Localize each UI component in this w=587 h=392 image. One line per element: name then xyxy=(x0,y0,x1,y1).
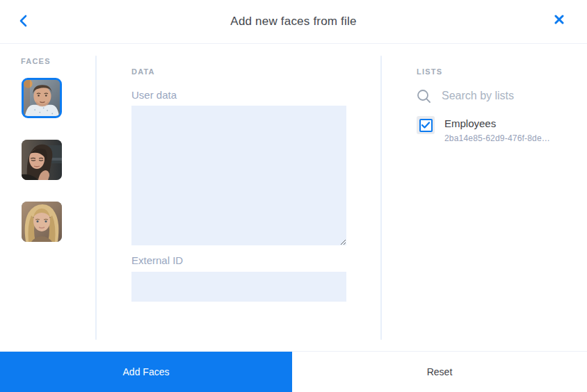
man-face-image xyxy=(24,80,60,116)
checkbox-wrap[interactable] xyxy=(417,116,435,134)
faces-section-label: FACES xyxy=(21,57,51,65)
face-thumbnail[interactable] xyxy=(22,202,62,242)
add-faces-dialog: Add new faces from file FACES xyxy=(0,0,587,392)
reset-button[interactable]: Reset xyxy=(292,352,587,392)
dialog-header: Add new faces from file xyxy=(0,0,587,44)
user-data-textarea[interactable] xyxy=(131,106,346,245)
lists-section-label: LISTS xyxy=(417,67,442,76)
face-thumbnail[interactable] xyxy=(22,140,62,180)
search-input[interactable] xyxy=(442,90,567,102)
divider-data-lists xyxy=(380,56,382,340)
woman-blonde-hair-image xyxy=(22,202,62,242)
close-button[interactable] xyxy=(549,11,569,31)
check-icon xyxy=(421,122,430,129)
add-faces-button[interactable]: Add Faces xyxy=(0,352,292,392)
external-id-input[interactable] xyxy=(131,272,346,302)
external-id-label: External ID xyxy=(131,254,183,266)
lists-search xyxy=(417,86,570,106)
checkbox-checked[interactable] xyxy=(419,119,433,132)
woman-dark-hair-image xyxy=(22,140,62,180)
page-title: Add new faces from file xyxy=(0,15,587,28)
divider-faces-data xyxy=(95,56,97,340)
search-icon xyxy=(417,89,431,104)
list-item-employees[interactable]: Employees 2ba14e85-62d9-476f-8de… xyxy=(417,116,577,143)
user-data-label: User data xyxy=(131,89,177,101)
list-item-name: Employees xyxy=(444,117,550,130)
dialog-footer: Add Faces Reset xyxy=(0,351,587,392)
data-section-label: DATA xyxy=(131,67,155,76)
face-thumbnail-selected[interactable] xyxy=(22,78,62,118)
list-item-texts: Employees 2ba14e85-62d9-476f-8de… xyxy=(444,116,550,143)
list-item-id: 2ba14e85-62d9-476f-8de… xyxy=(444,133,550,143)
close-icon xyxy=(554,15,564,27)
